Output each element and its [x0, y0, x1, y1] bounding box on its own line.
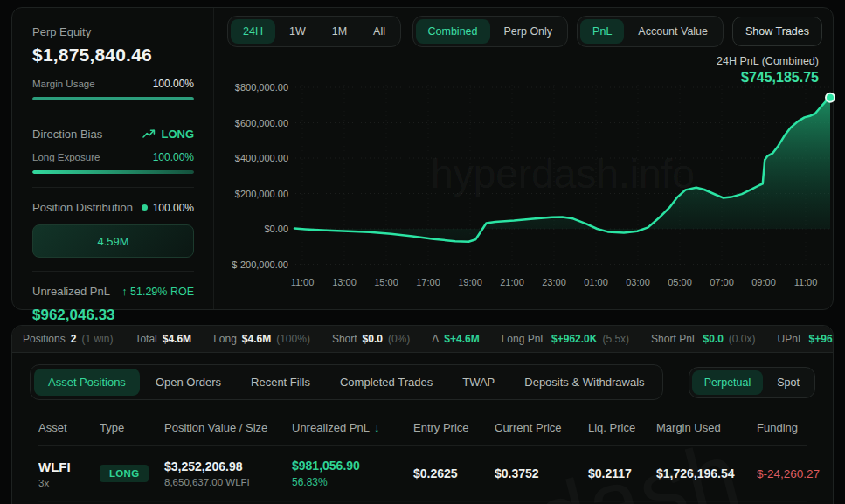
direction-bias-text: LONG: [161, 128, 194, 141]
summary-delta: Δ $+4.6M: [432, 333, 479, 345]
header-liq-price[interactable]: Liq. Price: [588, 421, 656, 434]
summary-value: $+962.0K: [551, 333, 597, 345]
pnl-chart[interactable]: hyperdash.info11:0013:0015:0017:0019:002…: [218, 66, 835, 295]
summary-long-pnl: Long PnL $+962.0K (5.5x): [502, 333, 629, 345]
table-header-row: Asset Type Position Value / Size Unreali…: [38, 412, 807, 446]
cell-margin-used: $1,726,196.54: [656, 466, 757, 480]
cell-entry-price: $0.2625: [413, 466, 495, 480]
position-size: 8,650,637.00 WLFI: [164, 477, 292, 487]
tab-spot[interactable]: Spot: [765, 370, 812, 395]
summary-value: $+962.0K: [809, 333, 834, 345]
cell-asset: WLFI 3x: [38, 459, 100, 488]
header-margin-used[interactable]: Margin Used: [656, 421, 757, 434]
asset-symbol: WLFI: [38, 459, 100, 474]
asset-leverage: 3x: [38, 478, 100, 488]
range-tab-1m[interactable]: 1M: [320, 19, 359, 44]
x-axis-tick: 07:00: [710, 277, 734, 287]
header-funding[interactable]: Funding: [757, 421, 807, 434]
pnl-endpoint-dot: [826, 93, 835, 102]
summary-extra: (1 win): [81, 333, 113, 345]
long-exposure-bar: [32, 170, 194, 174]
x-axis-tick: 15:00: [374, 277, 398, 287]
x-axis-tick: 03:00: [626, 277, 650, 287]
cell-funding: $-24,260.27: [757, 467, 820, 480]
header-position-value[interactable]: Position Value / Size: [164, 421, 292, 434]
y-axis-tick: $400,000.00: [235, 153, 288, 163]
margin-usage-value: 100.00%: [153, 78, 194, 90]
tab-deposits-withdrawals[interactable]: Deposits & Withdrawals: [510, 369, 658, 396]
range-tab-all[interactable]: All: [361, 19, 398, 44]
metric-tab-pnl[interactable]: PnL: [580, 19, 624, 44]
long-exposure-value: 100.00%: [153, 151, 194, 163]
range-tab-1w[interactable]: 1W: [277, 19, 318, 44]
y-axis-tick: $200,000.00: [235, 189, 288, 199]
cell-current-price: $0.3752: [495, 466, 588, 480]
divider: [32, 271, 194, 272]
long-badge: LONG: [100, 465, 149, 482]
chart-area: 24H 1W 1M All Combined Perp Only PnL Acc…: [214, 8, 833, 309]
time-range-group: 24H 1W 1M All: [227, 16, 401, 47]
upnl-value: $981,056.90: [292, 459, 413, 473]
y-axis-tick: $-200,000.00: [232, 259, 288, 270]
header-type[interactable]: Type: [100, 421, 164, 434]
x-axis-tick: 21:00: [500, 277, 524, 287]
header-entry-price[interactable]: Entry Price: [413, 421, 495, 434]
summary-label: Short: [332, 333, 357, 345]
margin-usage-bar: [32, 97, 194, 100]
chart-controls: 24H 1W 1M All Combined Perp Only PnL Acc…: [227, 16, 822, 47]
summary-extra: (100%): [276, 333, 310, 345]
green-dot-icon: [142, 204, 148, 211]
position-value: $3,252,206.98: [164, 459, 292, 473]
unrealized-pnl-value: $962,046.33: [32, 307, 194, 324]
position-distribution-amount: 4.59M: [97, 235, 128, 248]
summary-upnl: UPnL $+962.0K (50% win): [778, 333, 834, 345]
x-axis-tick: 11:00: [794, 277, 818, 287]
perp-equity-value: $1,875,840.46: [32, 45, 194, 66]
mode-tab-combined[interactable]: Combined: [416, 19, 490, 44]
direction-bias-label: Direction Bias: [32, 128, 102, 141]
x-axis-tick: 23:00: [542, 277, 566, 287]
x-axis-tick: 09:00: [751, 277, 776, 287]
margin-usage-bar-fill: [32, 97, 194, 100]
x-axis-tick: 19:00: [458, 277, 482, 287]
cell-position-value: $3,252,206.98 8,650,637.00 WLFI: [164, 459, 292, 487]
mode-tab-perp-only[interactable]: Perp Only: [492, 19, 565, 44]
tab-recent-fills[interactable]: Recent Fills: [237, 369, 324, 396]
upnl-percent: 56.83%: [292, 476, 413, 488]
tab-asset-positions[interactable]: Asset Positions: [34, 369, 140, 396]
header-current-price[interactable]: Current Price: [495, 421, 588, 434]
summary-label: Long PnL: [502, 333, 546, 345]
divider: [32, 114, 194, 114]
summary-positions: Positions 2 (1 win): [23, 333, 113, 345]
position-distribution-segment[interactable]: 4.59M: [32, 224, 194, 258]
summary-extra: (0.0x): [729, 333, 756, 345]
direction-bias-value: LONG: [142, 128, 194, 141]
metric-tab-account-value[interactable]: Account Value: [626, 19, 720, 44]
positions-tab-group: Asset Positions Open Orders Recent Fills…: [30, 364, 663, 400]
tab-perpetual[interactable]: Perpetual: [692, 370, 764, 395]
tab-completed-trades[interactable]: Completed Trades: [326, 369, 447, 396]
sort-desc-icon: ↓: [374, 421, 380, 434]
x-axis-tick: 01:00: [584, 277, 608, 287]
summary-value: $0.0: [363, 333, 383, 345]
summary-label: Positions: [23, 333, 66, 345]
show-trades-button[interactable]: Show Trades: [732, 17, 822, 46]
header-unrealized-pnl[interactable]: Unrealized PnL ↓: [292, 421, 413, 434]
header-asset[interactable]: Asset: [38, 421, 100, 434]
y-axis-tick: $600,000.00: [235, 118, 288, 128]
trending-up-icon: [142, 129, 156, 139]
range-tab-24h[interactable]: 24H: [231, 19, 275, 44]
header-unrealized-pnl-text: Unrealized PnL: [292, 421, 370, 434]
summary-value: $0.0: [703, 333, 723, 345]
tab-open-orders[interactable]: Open Orders: [142, 369, 235, 396]
tab-twap[interactable]: TWAP: [448, 369, 509, 396]
chart-right-controls: Combined Perp Only PnL Account Value Sho…: [412, 16, 822, 47]
cell-unrealized-pnl: $981,056.90 56.83%: [292, 459, 413, 488]
summary-value: $4.6M: [242, 333, 271, 345]
summary-label: UPnL: [778, 333, 804, 345]
table-row[interactable]: WLFI 3x LONG $3,252,206.98 8,650,637.00 …: [38, 446, 807, 502]
cell-liq-price: $0.2117: [588, 466, 656, 480]
x-axis-tick: 11:00: [291, 277, 315, 287]
cell-type: LONG: [100, 465, 164, 482]
position-distribution-pct: 100.00%: [142, 202, 194, 214]
